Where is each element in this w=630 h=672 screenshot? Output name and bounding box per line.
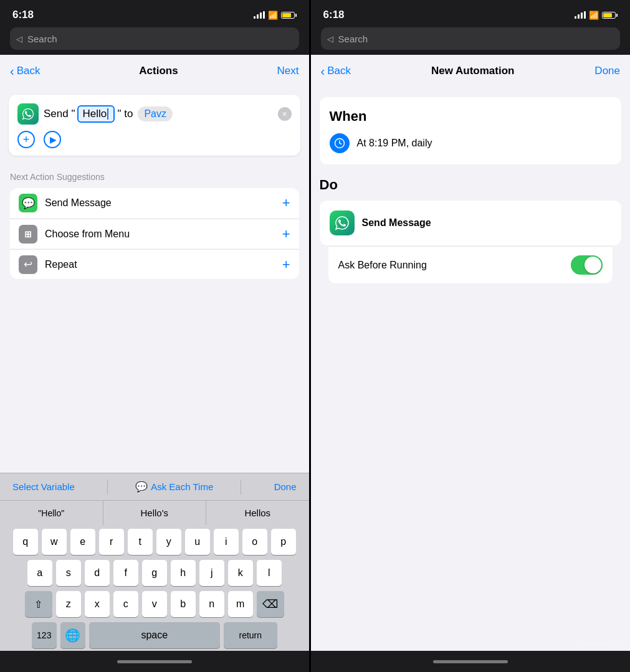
suggestion-repeat[interactable]: ↩ Repeat + (10, 249, 299, 279)
ask-before-label: Ask Before Running (338, 260, 427, 271)
action-hello-input[interactable]: Hello (77, 105, 115, 123)
right-time: 6:18 (323, 9, 345, 21)
suggestions-section: Next Action Suggestions 💬 Send Message +… (0, 161, 309, 285)
plus-icon: + (23, 133, 30, 146)
right-content: When At 8:19 PM, daily Do (311, 87, 630, 651)
key-d[interactable]: d (85, 560, 110, 586)
send-message-add-button[interactable]: + (282, 195, 290, 211)
keyboard: q w e r t y u i o p a s d f g h j k l ⇧ … (0, 525, 309, 651)
shift-key[interactable]: ⇧ (25, 591, 52, 617)
wifi-icon: 📶 (268, 11, 278, 20)
action-card: Send " Hello " to Pavz × + (9, 95, 300, 156)
right-home-indicator (311, 651, 630, 672)
signal-icon (254, 11, 265, 19)
keyboard-row-4: 123 🌐 space return (2, 622, 307, 648)
key-i[interactable]: i (214, 529, 239, 555)
clock-icon (330, 133, 350, 153)
right-search-bar[interactable]: ◁ Search (321, 27, 620, 50)
ask-each-time-button[interactable]: 💬 Ask Each Time (135, 481, 213, 493)
return-key[interactable]: return (224, 622, 277, 648)
suggestion-choose-menu[interactable]: ⊞ Choose from Menu + (10, 219, 299, 248)
key-g[interactable]: g (142, 560, 167, 586)
key-c[interactable]: c (113, 591, 138, 617)
key-n[interactable]: n (199, 591, 224, 617)
when-time-text: At 8:19 PM, daily (357, 138, 432, 149)
when-row[interactable]: At 8:19 PM, daily (330, 133, 611, 153)
key-u[interactable]: u (185, 529, 210, 555)
left-search-bar[interactable]: ◁ Search (10, 27, 299, 50)
right-status-icons: 📶 (575, 11, 618, 20)
right-nav-title: New Automation (431, 65, 514, 77)
left-time: 6:18 (12, 9, 34, 21)
ask-before-toggle[interactable] (571, 255, 603, 275)
key-j[interactable]: j (199, 560, 224, 586)
right-signal-icon (575, 11, 586, 19)
left-home-indicator (0, 651, 309, 672)
key-e[interactable]: e (70, 529, 95, 555)
keyboard-row-2: a s d f g h j k l (2, 560, 307, 586)
delete-key[interactable]: ⌫ (257, 591, 284, 617)
repeat-label: Repeat (45, 259, 275, 270)
left-status-icons: 📶 (254, 11, 297, 20)
autocorrect-hello-quoted[interactable]: "Hello" (0, 501, 103, 525)
space-key[interactable]: space (89, 622, 220, 648)
key-z[interactable]: z (56, 591, 81, 617)
left-nav-next-button[interactable]: Next (277, 65, 299, 77)
right-back-button[interactable]: ‹ Back (321, 64, 351, 78)
left-back-button[interactable]: ‹ Back (10, 64, 40, 78)
numbers-key[interactable]: 123 (32, 622, 57, 648)
key-y[interactable]: y (156, 529, 181, 555)
right-home-bar (433, 660, 508, 663)
key-m[interactable]: m (228, 591, 253, 617)
action-play-button[interactable]: ▶ (44, 131, 61, 148)
repeat-add-button[interactable]: + (282, 257, 290, 273)
action-clear-button[interactable]: × (278, 107, 292, 121)
key-s[interactable]: s (56, 560, 81, 586)
key-r[interactable]: r (99, 529, 124, 555)
right-done-button[interactable]: Done (594, 65, 620, 77)
key-o[interactable]: o (242, 529, 267, 555)
choose-menu-icon: ⊞ (19, 225, 37, 244)
left-content: Send " Hello " to Pavz × + (0, 87, 309, 473)
send-message-icon: 💬 (19, 194, 37, 212)
right-back-label: Back (327, 65, 351, 77)
key-l[interactable]: l (257, 560, 282, 586)
do-card[interactable]: Send Message (320, 201, 621, 245)
left-search-label: Search (27, 34, 57, 44)
right-wifi-icon: 📶 (589, 11, 599, 20)
autocorrect-hellos-plain[interactable]: Hellos (206, 501, 309, 525)
key-x[interactable]: x (85, 591, 110, 617)
choose-menu-add-button[interactable]: + (282, 226, 290, 242)
when-card: When At 8:19 PM, daily (320, 97, 621, 164)
right-status-bar: 6:18 📶 (311, 0, 630, 27)
suggestions-title: Next Action Suggestions (10, 172, 299, 182)
suggestion-send-message[interactable]: 💬 Send Message + (10, 188, 299, 218)
key-b[interactable]: b (171, 591, 196, 617)
do-section: Do Send Message Ask Before Running (320, 177, 621, 283)
key-p[interactable]: p (271, 529, 296, 555)
autocorrect-hellos[interactable]: Hello's (103, 501, 207, 525)
key-a[interactable]: a (27, 560, 52, 586)
key-k[interactable]: k (228, 560, 253, 586)
key-t[interactable]: t (128, 529, 153, 555)
toggle-knob (585, 257, 601, 273)
watermark: www.deuaq.com (578, 640, 624, 647)
left-back-label: Back (17, 65, 41, 77)
do-title: Do (320, 177, 621, 193)
action-contact-button[interactable]: Pavz (138, 106, 173, 121)
key-q[interactable]: q (13, 529, 38, 555)
keyboard-done-button[interactable]: Done (269, 479, 302, 495)
autocorrect-bar: "Hello" Hello's Hellos (0, 500, 309, 525)
keyboard-toolbar: Select Variable 💬 Ask Each Time Done (0, 473, 309, 500)
key-h[interactable]: h (171, 560, 196, 586)
right-search-label: Search (338, 34, 368, 44)
key-f[interactable]: f (113, 560, 138, 586)
action-add-button[interactable]: + (17, 131, 35, 148)
text-cursor (107, 108, 108, 120)
globe-key[interactable]: 🌐 (60, 622, 85, 648)
key-w[interactable]: w (42, 529, 67, 555)
left-nav-bar: ‹ Back Actions Next (0, 55, 309, 87)
ask-each-icon: 💬 (135, 481, 148, 493)
select-variable-button[interactable]: Select Variable (7, 479, 80, 495)
key-v[interactable]: v (142, 591, 167, 617)
